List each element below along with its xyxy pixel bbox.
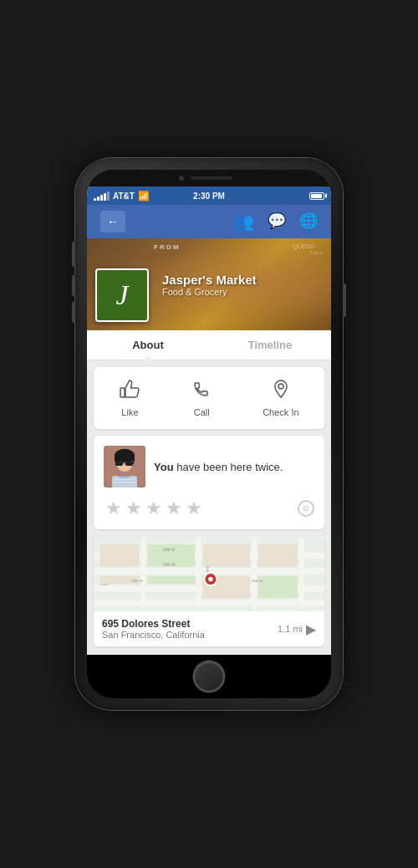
store-category: Food & Grocery [162, 287, 257, 297]
volume-down-button[interactable] [72, 302, 75, 323]
svg-rect-6 [115, 461, 123, 466]
svg-rect-14 [94, 600, 324, 606]
map-section[interactable]: 18th St 19th St Church's Legal 19th [94, 536, 324, 646]
back-icon: ← [107, 215, 119, 228]
checkin-button[interactable]: Check In [263, 379, 298, 417]
svg-text:19th St: 19th St [162, 563, 176, 567]
cover-text-overlay: Jasper's Market Food & Grocery [87, 238, 331, 330]
svg-rect-23 [100, 544, 140, 566]
tab-about[interactable]: About [87, 330, 209, 360]
svg-rect-25 [258, 544, 298, 566]
map-street: 695 Dolores Street [102, 618, 278, 630]
rating-info-symbol: ⊙ [303, 504, 309, 513]
globe-icon[interactable]: 🌐 [299, 212, 318, 232]
signal-bar-2 [97, 197, 99, 201]
signal-bar-1 [94, 198, 96, 201]
nav-icons: 👥 💬 🌐 [233, 212, 318, 232]
carrier-label: AT&T [113, 191, 135, 201]
map-svg: 18th St 19th St Church's Legal 19th [94, 536, 324, 611]
star-4[interactable]: ★ [166, 498, 182, 519]
star-1[interactable]: ★ [105, 498, 122, 519]
rating-info-icon[interactable]: ⊙ [298, 500, 314, 517]
avatar-image [104, 446, 145, 488]
phone-device: AT&T 📶 2:30 PM ← 👥 💬 🌐 [75, 158, 343, 710]
status-left: AT&T 📶 [94, 191, 150, 202]
nav-bar: ← 👥 💬 🌐 [87, 205, 331, 238]
svg-rect-7 [125, 461, 133, 466]
top-notch [87, 170, 331, 186]
nav-arrow-icon: ▶ [306, 621, 316, 637]
store-name: Jasper's Market [162, 273, 257, 287]
map-info-bar: 695 Dolores Street San Francisco, Califo… [94, 611, 324, 646]
map-distance-value: 1.1 mi [278, 624, 303, 634]
battery-indicator [309, 192, 324, 200]
phone-screen: AT&T 📶 2:30 PM ← 👥 💬 🌐 [87, 186, 331, 655]
svg-rect-26 [258, 576, 298, 598]
map-area: 18th St 19th St Church's Legal 19th [94, 536, 324, 611]
svg-text:19th St: 19th St [131, 579, 143, 583]
map-city: San Francisco, California [102, 630, 278, 640]
action-section: Like Call [94, 367, 324, 429]
status-bar: AT&T 📶 2:30 PM [87, 186, 331, 205]
time-display: 2:30 PM [193, 191, 225, 201]
screen-wrapper: AT&T 📶 2:30 PM ← 👥 💬 🌐 [87, 170, 331, 698]
back-button[interactable]: ← [100, 211, 125, 232]
map-address: 695 Dolores Street San Francisco, Califo… [102, 618, 278, 640]
svg-rect-17 [252, 538, 257, 609]
svg-rect-21 [202, 544, 250, 566]
power-button[interactable] [343, 283, 346, 317]
tab-timeline[interactable]: Timeline [209, 330, 331, 360]
checkin-icon [271, 379, 291, 404]
stars-row: ★ ★ ★ ★ ★ ⊙ [104, 498, 314, 519]
tab-timeline-label: Timeline [248, 339, 293, 351]
cover-photo: FROM QUESO Cacio J Jasper's Market Food … [87, 238, 331, 330]
tab-about-label: About [132, 339, 164, 351]
status-right [309, 192, 324, 200]
signal-bars [94, 191, 110, 201]
friends-icon[interactable]: 👥 [233, 212, 254, 232]
svg-point-32 [208, 577, 213, 582]
volume-up-button[interactable] [72, 275, 75, 296]
speaker [191, 176, 232, 180]
user-card: You have been here twice. ★ ★ ★ ★ ★ ⊙ [94, 436, 324, 529]
user-message: You have been here twice. [154, 461, 283, 473]
store-info: Jasper's Market Food & Grocery [162, 273, 257, 297]
signal-bar-5 [107, 191, 110, 201]
svg-text:19th St: 19th St [252, 579, 263, 583]
svg-rect-0 [120, 388, 125, 397]
star-3[interactable]: ★ [145, 498, 162, 519]
call-button[interactable]: Call [191, 379, 212, 417]
home-button-area [87, 655, 331, 698]
svg-rect-15 [141, 538, 146, 609]
svg-point-1 [278, 384, 283, 389]
message-icon[interactable]: 💬 [268, 212, 286, 232]
user-rest: have been here twice. [174, 461, 283, 473]
svg-rect-20 [147, 576, 195, 584]
user-row: You have been here twice. [104, 446, 314, 488]
star-5[interactable]: ★ [186, 498, 202, 519]
battery-fill [311, 194, 322, 198]
camera [179, 176, 184, 181]
tab-bar: About Timeline [87, 330, 331, 360]
call-label: Call [194, 407, 210, 417]
star-2[interactable]: ★ [125, 498, 142, 519]
user-avatar [104, 446, 145, 488]
svg-text:Legal: Legal [100, 583, 108, 586]
svg-text:18th St: 18th St [162, 548, 176, 552]
content-area: Like Call [87, 360, 331, 655]
home-button[interactable] [193, 661, 225, 692]
like-icon [119, 379, 140, 404]
svg-rect-16 [196, 538, 201, 609]
checkin-label: Check In [263, 407, 298, 417]
like-label: Like [121, 407, 138, 417]
svg-rect-18 [299, 538, 304, 609]
like-button[interactable]: Like [119, 379, 140, 417]
call-icon [191, 379, 212, 404]
wifi-icon: 📶 [138, 191, 150, 202]
user-bold: You [154, 461, 174, 473]
signal-bar-3 [100, 195, 103, 201]
signal-bar-4 [104, 193, 106, 201]
map-distance-area[interactable]: 1.1 mi ▶ [278, 621, 316, 637]
